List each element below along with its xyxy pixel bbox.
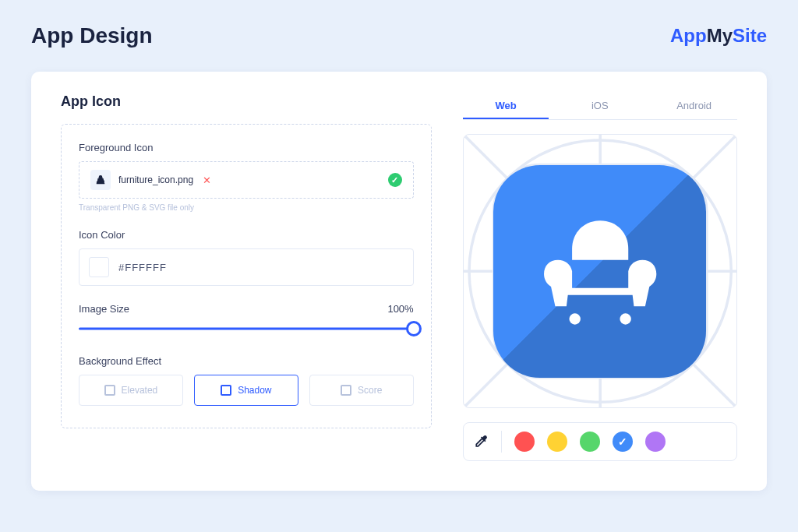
- effect-label: Shadow: [238, 385, 271, 396]
- upload-success-icon: ✓: [388, 173, 402, 187]
- slider-thumb[interactable]: [406, 321, 422, 336]
- color-swatch-row: [463, 422, 737, 461]
- effect-option-shadow[interactable]: Shadow: [194, 375, 298, 406]
- background-effect-label: Background Effect: [79, 355, 414, 367]
- icon-color-input[interactable]: #FFFFFF: [79, 248, 414, 286]
- square-icon: [104, 385, 115, 396]
- brand-part-site: Site: [733, 25, 767, 46]
- brand-logo: AppMySite: [670, 25, 767, 47]
- armchair-icon: [530, 201, 670, 341]
- image-size-slider[interactable]: [79, 319, 414, 338]
- foreground-label: Foreground Icon: [79, 142, 414, 153]
- app-icon-mock: [493, 165, 706, 378]
- file-thumbnail-icon: [90, 170, 111, 190]
- svg-point-8: [569, 313, 580, 324]
- icon-color-hex: #FFFFFF: [118, 262, 167, 273]
- effect-label: Score: [358, 385, 382, 396]
- slider-track: [79, 328, 414, 330]
- square-icon: [341, 385, 351, 396]
- page-title: App Design: [31, 23, 153, 48]
- color-swatch-0[interactable]: [514, 432, 535, 452]
- icon-color-label: Icon Color: [79, 229, 414, 241]
- effect-label: Elevated: [122, 385, 158, 396]
- remove-file-button[interactable]: ✕: [201, 175, 213, 185]
- image-size-value: 100%: [387, 303, 413, 315]
- divider: [501, 431, 502, 453]
- tab-ios[interactable]: iOS: [556, 93, 643, 119]
- svg-point-9: [620, 313, 630, 324]
- section-title: App Icon: [61, 93, 432, 110]
- color-swatch-2[interactable]: [580, 432, 600, 452]
- icon-color-swatch: [89, 257, 109, 277]
- background-effect-options: Elevated Shadow Score: [79, 375, 414, 406]
- icon-preview: [463, 134, 737, 408]
- color-swatch-4[interactable]: [645, 432, 666, 452]
- brand-part-app: App: [670, 25, 707, 46]
- file-upload-box[interactable]: furniture_icon.png ✕ ✓: [79, 161, 414, 199]
- preview-tabs: Web iOS Android: [463, 93, 737, 120]
- settings-panel: Foreground Icon furniture_icon.png ✕ ✓ T…: [61, 124, 432, 428]
- brand-part-my: My: [707, 25, 733, 46]
- color-swatch-3[interactable]: [613, 432, 633, 452]
- image-size-label: Image Size: [79, 303, 129, 315]
- effect-option-elevated[interactable]: Elevated: [79, 375, 183, 406]
- eyedropper-icon[interactable]: [473, 434, 489, 449]
- upload-hint: Transparent PNG & SVG file only: [79, 203, 414, 212]
- tab-android[interactable]: Android: [651, 93, 737, 119]
- square-icon: [221, 385, 231, 396]
- color-dots: [514, 432, 666, 452]
- app-icon-card: App Icon Foreground Icon furniture_icon.…: [31, 72, 767, 491]
- file-name: furniture_icon.png: [118, 174, 193, 185]
- tab-web[interactable]: Web: [463, 93, 549, 119]
- effect-option-score[interactable]: Score: [309, 375, 414, 406]
- color-swatch-1[interactable]: [547, 432, 567, 452]
